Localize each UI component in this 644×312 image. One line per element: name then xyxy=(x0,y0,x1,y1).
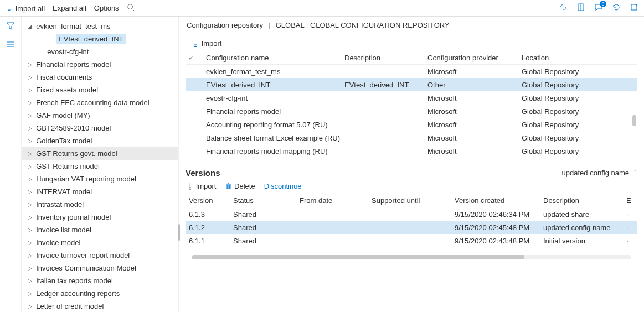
tree-item[interactable]: ▷Invoice list model xyxy=(22,223,178,236)
cell-desc: updated config name xyxy=(543,223,626,232)
col-description[interactable]: Description xyxy=(344,54,427,62)
tree-item[interactable]: ▷Invoice model xyxy=(22,236,178,249)
tree-panel[interactable]: ◢evkien_format_test_msEVtest_derived_INT… xyxy=(22,17,179,312)
tree-item[interactable]: ▷Ledger accounting reports xyxy=(22,287,178,300)
tree-item[interactable]: ▷Fixed assets model xyxy=(22,84,178,96)
check-all-icon[interactable]: ✓ xyxy=(188,54,206,62)
expander-icon[interactable]: ▷ xyxy=(26,87,34,93)
expander-icon[interactable]: ▷ xyxy=(26,74,34,80)
expander-icon[interactable]: ▷ xyxy=(26,214,34,220)
config-row[interactable]: Financial reports model mapping (RU)Micr… xyxy=(186,144,637,158)
tree-item-label: EVtest_derived_INT xyxy=(56,34,126,44)
expander-icon[interactable]: ▷ xyxy=(26,61,34,67)
config-row[interactable]: Accounting reporting format 5.07 (RU)Mic… xyxy=(186,118,637,131)
col-config-name[interactable]: Configuration name xyxy=(206,54,344,62)
tree-item[interactable]: ▷GBT24589-2010 model xyxy=(22,122,178,134)
tree-item-label: Inventory journal model xyxy=(34,213,111,221)
tree-item[interactable]: ▷Letter of credit model xyxy=(22,300,178,312)
tree-item-label: Fiscal documents xyxy=(34,73,92,81)
row-menu-icon[interactable]: · xyxy=(626,210,637,219)
version-delete-button[interactable]: 🗑 Delete xyxy=(225,182,255,190)
config-row[interactable]: EVtest_derived_INTEVtest_derived_INTOthe… xyxy=(186,78,637,91)
tree-item-label: Letter of credit model xyxy=(34,302,104,310)
expander-icon[interactable]: ◢ xyxy=(26,23,34,29)
expander-icon[interactable]: ▷ xyxy=(26,265,34,271)
expander-icon[interactable]: ▷ xyxy=(26,201,34,207)
tree-item[interactable]: ▷Intrastat model xyxy=(22,198,178,211)
tree-item[interactable]: ▷Hungarian VAT reporting model xyxy=(22,173,178,185)
breadcrumb-root[interactable]: Configuration repository xyxy=(187,21,263,29)
import-all-button[interactable]: ⭳ Import all xyxy=(6,4,45,13)
expander-icon[interactable]: ▷ xyxy=(26,278,34,284)
popout-icon[interactable] xyxy=(630,3,638,13)
expander-icon[interactable]: ▷ xyxy=(26,125,34,131)
col-location[interactable]: Location xyxy=(522,54,621,62)
chevron-up-icon[interactable]: ˄ xyxy=(633,169,637,177)
config-scrollbar[interactable] xyxy=(631,54,637,158)
version-row[interactable]: 6.1.1Shared9/15/2020 02:43:48 PMInitial … xyxy=(186,234,637,247)
version-row[interactable]: 6.1.3Shared9/15/2020 02:46:34 PMupdated … xyxy=(186,207,637,221)
tree-item[interactable]: ▷GAF model (MY) xyxy=(22,109,178,122)
tree-item[interactable]: ◢evkien_format_test_ms xyxy=(22,20,178,33)
versions-panel: Versions updated config name ˄ ⭳ Import … xyxy=(186,168,637,310)
expander-icon[interactable]: ▷ xyxy=(26,138,34,144)
link-icon[interactable] xyxy=(559,3,568,13)
tree-item[interactable]: ▷Financial reports model xyxy=(22,58,178,71)
col-desc[interactable]: Description xyxy=(543,196,626,205)
refresh-icon[interactable] xyxy=(612,3,621,13)
expander-icon[interactable]: ▷ xyxy=(26,252,34,258)
expander-icon[interactable]: ▷ xyxy=(26,303,34,309)
tree-item[interactable]: ▷Italian tax reports model xyxy=(22,274,178,287)
tree-item[interactable]: ▷Invoices Communication Model xyxy=(22,262,178,274)
expander-icon[interactable]: ▷ xyxy=(26,290,34,297)
col-until[interactable]: Supported until xyxy=(372,196,455,205)
cell-created: 9/15/2020 02:43:48 PM xyxy=(455,237,543,245)
filter-icon[interactable] xyxy=(6,21,16,33)
config-row[interactable]: evostr-cfg-intMicrosoftGlobal Repository xyxy=(186,91,637,105)
expand-all-button[interactable]: Expand all xyxy=(53,4,86,12)
row-menu-icon[interactable]: · xyxy=(626,237,637,245)
expander-icon[interactable]: ▷ xyxy=(26,176,34,182)
messages-icon[interactable]: 0 xyxy=(594,3,603,13)
config-row[interactable]: Financial reports modelMicrosoftGlobal R… xyxy=(186,105,637,118)
expander-icon[interactable]: ▷ xyxy=(26,112,34,118)
splitter-handle[interactable] xyxy=(177,221,181,243)
horizontal-scrollbar[interactable] xyxy=(192,255,631,259)
expander-icon[interactable]: ▷ xyxy=(26,150,34,157)
tree-item[interactable]: EVtest_derived_INT xyxy=(22,33,178,45)
expander-icon[interactable]: ▷ xyxy=(26,240,34,246)
tree-item[interactable]: evostr-cfg-int xyxy=(22,45,178,58)
version-row[interactable]: 6.1.2Shared9/15/2020 02:45:48 PMupdated … xyxy=(186,221,637,234)
tree-item[interactable]: ▷Fiscal documents xyxy=(22,71,178,84)
search-icon[interactable] xyxy=(127,3,135,13)
options-button[interactable]: Options xyxy=(94,4,119,12)
tree-item[interactable]: ▷Inventory journal model xyxy=(22,211,178,223)
config-row[interactable]: Balance sheet format Excel example (RU)M… xyxy=(186,131,637,144)
col-from[interactable]: From date xyxy=(300,196,372,205)
col-created[interactable]: Version created xyxy=(455,196,543,205)
version-import-button[interactable]: ⭳ Import xyxy=(187,182,216,190)
tree-item[interactable]: ▷French FEC accounting data model xyxy=(22,96,178,109)
tree-item[interactable]: ▷Invoice turnover report model xyxy=(22,249,178,262)
config-row[interactable]: evkien_format_test_msMicrosoftGlobal Rep… xyxy=(186,65,637,78)
tree-item[interactable]: ▷INTERVAT model xyxy=(22,185,178,198)
col-provider[interactable]: Configuration provider xyxy=(427,54,522,62)
expander-icon[interactable]: ▷ xyxy=(26,163,34,169)
topbar: ⭳ Import all Expand all Options 0 xyxy=(0,0,644,17)
expander-icon[interactable]: ▷ xyxy=(26,227,34,233)
cell-name: Financial reports model mapping (RU) xyxy=(206,147,344,155)
row-menu-icon[interactable]: · xyxy=(626,223,637,232)
list-icon[interactable] xyxy=(6,39,16,51)
config-import-button[interactable]: ⭳ Import xyxy=(192,39,221,48)
col-version[interactable]: Version xyxy=(189,196,233,205)
expander-icon[interactable]: ▷ xyxy=(26,100,34,106)
expander-icon[interactable]: ▷ xyxy=(26,189,34,195)
version-discontinue-button[interactable]: Discontinue xyxy=(264,182,302,190)
tree-item[interactable]: ▷GST Returns govt. model xyxy=(22,147,178,160)
versions-grid-header: Version Status From date Supported until… xyxy=(186,194,637,207)
tree-item[interactable]: ▷GST Returns model xyxy=(22,160,178,173)
tree-item[interactable]: ▷GoldenTax model xyxy=(22,134,178,147)
col-status[interactable]: Status xyxy=(233,196,300,205)
office-icon[interactable] xyxy=(576,3,585,13)
col-e[interactable]: E xyxy=(626,196,637,205)
